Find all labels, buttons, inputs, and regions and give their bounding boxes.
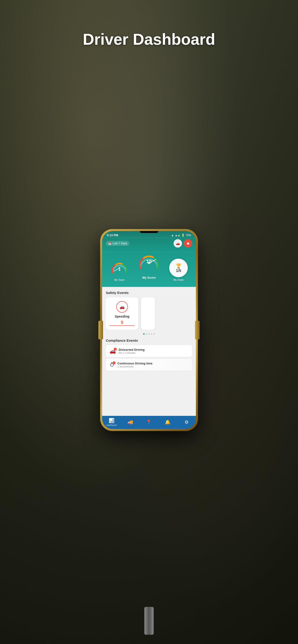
my-rank-item: 🏆 1/5 My Rank [169, 259, 188, 281]
distracted-driving-name: Distracted Driving [119, 348, 188, 352]
continuous-warning-badge: ! [113, 361, 116, 364]
score-section: 4 My Team [102, 252, 196, 287]
date-filter-label: Last 7 Days [113, 242, 127, 245]
dot-5 [153, 333, 155, 335]
mount-arm [144, 607, 154, 635]
rank-value: 1/5 [176, 269, 181, 273]
settings-nav-icon: ⚙ [184, 419, 189, 425]
team-score-label: My Team [114, 278, 124, 281]
speeding-icon-circle: 🚗 [116, 301, 128, 313]
safety-events-title: Safety Events [106, 291, 192, 295]
page-title: Driver Dashboard [83, 30, 215, 48]
phone-screen: 5:13 PM ▲ ▲▲ 🔋 70% 📅 Last 7 Days 🚗 [102, 231, 196, 429]
my-score-label: My Score [142, 276, 156, 279]
distracted-driving-text: Distracted Driving 0% | 2 minutes [119, 348, 188, 354]
safety-cards: 🚗 Speeding 5 [106, 298, 192, 330]
battery-icon: 🔋 [181, 234, 185, 237]
my-team-score: 4 My Team [110, 259, 129, 281]
rank-circle: 🏆 1/5 [169, 259, 188, 277]
clamp-left [98, 321, 103, 340]
speeding-label: Speeding [115, 314, 129, 318]
dashboard-nav-icon: 📊 [109, 418, 114, 423]
dot-1 [143, 333, 145, 335]
phone-inner: 5:13 PM ▲ ▲▲ 🔋 70% 📅 Last 7 Days 🚗 [102, 231, 196, 429]
phone-device: 5:13 PM ▲ ▲▲ 🔋 70% 📅 Last 7 Days 🚗 [100, 229, 198, 431]
car-status-button[interactable]: 🚗 [174, 239, 182, 248]
continuous-driving-name: Continuous Driving time [117, 362, 188, 365]
date-filter[interactable]: 📅 Last 7 Days [106, 241, 130, 246]
location-nav-icon: 📍 [146, 419, 152, 425]
clamp-right [195, 321, 200, 340]
trophy-icon: 🏆 [176, 263, 181, 269]
nav-dashboard[interactable]: 📊 Dashboard [106, 418, 117, 426]
nav-notifications[interactable]: 🔔 [162, 419, 174, 425]
distracted-driving-detail: 0% | 2 minutes [119, 352, 188, 354]
wifi-icon: ▲ [171, 234, 174, 237]
dashboard-nav-label: Dashboard [106, 424, 117, 426]
dot-3 [148, 333, 150, 335]
nav-trips[interactable]: 🚚 [124, 419, 136, 425]
app-header: 📅 Last 7 Days 🚗 ⏺ [102, 238, 196, 252]
record-icon: ⏺ [186, 242, 190, 245]
main-content: Safety Events 🚗 Speeding 5 [102, 287, 196, 416]
distracted-driving-icon-wrap: 🚗 ! [110, 348, 116, 354]
next-card-partial [141, 298, 155, 330]
distracted-driving-item[interactable]: 🚗 ! Distracted Driving 0% | 2 minutes [106, 345, 192, 357]
dot-4 [151, 333, 152, 335]
continuous-driving-icon-wrap: ⏱ ! [110, 362, 115, 368]
speeding-count: 5 [110, 320, 135, 326]
my-score-item: 10 My Score [137, 252, 161, 279]
distracted-warning-badge: ! [114, 348, 117, 350]
status-time: 5:13 PM [107, 234, 118, 237]
nav-settings[interactable]: ⚙ [181, 419, 192, 425]
phone-notch [140, 231, 158, 233]
status-icons: ▲ ▲▲ 🔋 70% [171, 234, 191, 237]
team-gauge: 4 [110, 259, 129, 277]
my-score-value: 10 [146, 259, 152, 264]
signal-icon: ▲▲ [175, 234, 180, 237]
car-icon: 🚗 [176, 242, 180, 245]
continuous-driving-item[interactable]: ⏱ ! Continuous Driving time 2 occurrence… [106, 359, 192, 371]
nav-location[interactable]: 📍 [143, 419, 155, 425]
rank-label: My Rank [174, 278, 184, 281]
dot-2 [146, 333, 147, 335]
trips-nav-icon: 🚚 [127, 419, 133, 425]
compliance-events-title: Compliance Events [106, 338, 192, 342]
calendar-icon: 📅 [108, 242, 111, 245]
speeding-card[interactable]: 🚗 Speeding 5 [106, 298, 138, 330]
record-button[interactable]: ⏺ [184, 239, 192, 248]
my-score-gauge: 10 [137, 252, 161, 275]
battery-percent: 70% [186, 234, 191, 237]
speeding-icon: 🚗 [120, 304, 125, 310]
header-actions: 🚗 ⏺ [174, 239, 192, 248]
notifications-nav-icon: 🔔 [165, 419, 171, 425]
bottom-nav: 📊 Dashboard 🚚 📍 🔔 ⚙ [102, 416, 196, 429]
continuous-driving-text: Continuous Driving time 2 occurrences [117, 362, 188, 368]
team-score-value: 4 [119, 268, 120, 274]
carousel-dots [106, 333, 192, 335]
continuous-driving-detail: 2 occurrences [117, 365, 188, 368]
